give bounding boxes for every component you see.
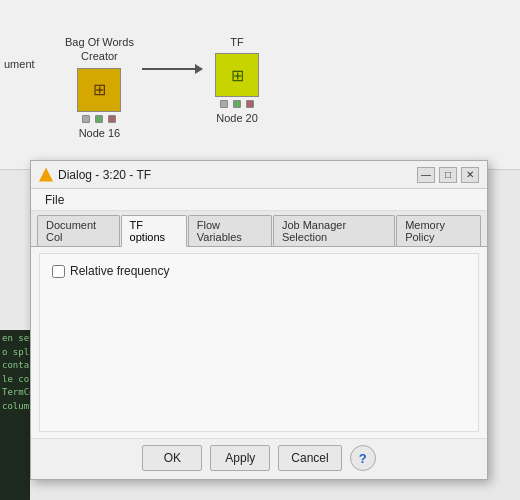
tab-job-manager[interactable]: Job Manager Selection bbox=[273, 215, 395, 246]
tab-flow-variables[interactable]: Flow Variables bbox=[188, 215, 272, 246]
tab-document-col[interactable]: Document Col bbox=[37, 215, 120, 246]
port-gray-2 bbox=[220, 100, 228, 108]
dialog-content-area: Relative frequency bbox=[39, 253, 479, 432]
dialog-window: Dialog - 3:20 - TF — □ ✕ File Document C… bbox=[30, 160, 488, 480]
node16-icon: ⊞ bbox=[93, 80, 106, 99]
maximize-button[interactable]: □ bbox=[439, 167, 457, 183]
window-controls: — □ ✕ bbox=[417, 167, 479, 183]
cancel-button[interactable]: Cancel bbox=[278, 445, 341, 471]
node16-label-bottom: Node 16 bbox=[79, 127, 121, 139]
dialog-titlebar: Dialog - 3:20 - TF — □ ✕ bbox=[31, 161, 487, 189]
connector-line bbox=[142, 68, 202, 70]
node20-box[interactable]: ⊞ bbox=[215, 53, 259, 97]
warning-icon bbox=[39, 168, 53, 182]
node20-ports bbox=[220, 100, 254, 108]
relative-frequency-checkbox[interactable] bbox=[52, 265, 65, 278]
port-gray-1 bbox=[82, 115, 90, 123]
node16-ports bbox=[82, 115, 116, 123]
dialog-title-text: Dialog - 3:20 - TF bbox=[58, 168, 151, 182]
minimize-button[interactable]: — bbox=[417, 167, 435, 183]
dialog-menubar: File bbox=[31, 189, 487, 211]
help-button[interactable]: ? bbox=[350, 445, 376, 471]
ok-button[interactable]: OK bbox=[142, 445, 202, 471]
tab-memory-policy[interactable]: Memory Policy bbox=[396, 215, 481, 246]
node16-label-top: Bag Of Words Creator bbox=[65, 35, 134, 64]
port-red-2 bbox=[246, 100, 254, 108]
port-green-2 bbox=[233, 100, 241, 108]
file-menu[interactable]: File bbox=[39, 192, 70, 208]
tab-tf-options[interactable]: TF options bbox=[121, 215, 187, 247]
node16-box[interactable]: ⊞ bbox=[77, 68, 121, 112]
node20-label-bottom: Node 20 bbox=[216, 112, 258, 124]
apply-button[interactable]: Apply bbox=[210, 445, 270, 471]
checkbox-row: Relative frequency bbox=[40, 254, 478, 288]
port-green-1 bbox=[95, 115, 103, 123]
dialog-title-left: Dialog - 3:20 - TF bbox=[39, 168, 151, 182]
dialog-footer: OK Apply Cancel ? bbox=[31, 438, 487, 479]
left-node-partial-label: ument bbox=[0, 56, 39, 72]
node-connector bbox=[142, 68, 202, 70]
dialog-tabs: Document Col TF options Flow Variables J… bbox=[31, 211, 487, 247]
port-red-1 bbox=[108, 115, 116, 123]
relative-frequency-label: Relative frequency bbox=[70, 264, 169, 278]
node20-icon: ⊞ bbox=[231, 66, 244, 85]
node20-label-top: TF bbox=[230, 35, 243, 49]
code-area: en set o spli contai le col TermCo colum bbox=[0, 330, 30, 500]
close-button[interactable]: ✕ bbox=[461, 167, 479, 183]
